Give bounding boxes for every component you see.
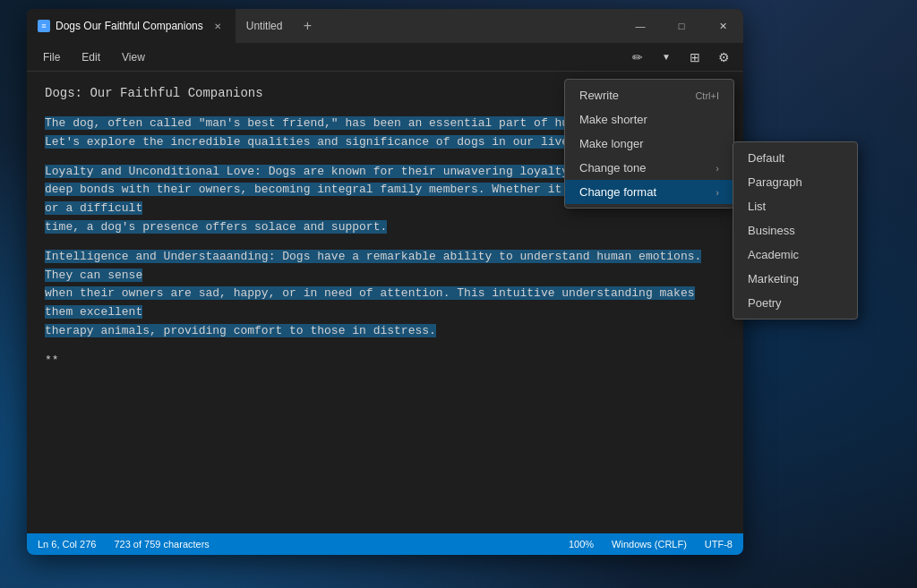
- format-submenu: Default Paragraph List Business Academic…: [733, 141, 858, 320]
- tab-doc-icon: ≡: [38, 20, 50, 32]
- highlighted-text-1: The dog, often called "man's best friend…: [45, 116, 653, 149]
- status-bar: Ln 6, Col 276 723 of 759 characters 100%…: [27, 533, 743, 555]
- format-business[interactable]: Business: [733, 218, 857, 243]
- zoom-status: 100%: [569, 539, 594, 550]
- tab-area: ≡ Dogs Our Faithful Companions ✕ Untitle…: [27, 9, 620, 43]
- maximize-button[interactable]: □: [661, 9, 702, 43]
- menu-edit[interactable]: Edit: [73, 47, 109, 67]
- format-paragraph[interactable]: Paragraph: [733, 170, 857, 194]
- ctx-make-longer-label: Make longer: [579, 137, 644, 150]
- format-marketing[interactable]: Marketing: [733, 267, 857, 291]
- layout-icon[interactable]: ⊞: [682, 45, 707, 70]
- paragraph-4: **: [45, 352, 725, 371]
- format-poetry[interactable]: Poetry: [733, 291, 857, 315]
- minimize-button[interactable]: —: [620, 9, 661, 43]
- ctx-make-longer[interactable]: Make longer: [565, 132, 733, 156]
- ctx-change-format[interactable]: Change format ›: [565, 180, 733, 204]
- ctx-change-tone[interactable]: Change tone ›: [565, 156, 733, 180]
- tab-untitled-label: Untitled: [246, 20, 283, 32]
- ln-col-status: Ln 6, Col 276: [38, 539, 96, 550]
- paragraph-3: Intelligence and Understaaanding: Dogs h…: [45, 248, 725, 341]
- ctx-make-shorter-label: Make shorter: [579, 113, 647, 126]
- new-tab-button[interactable]: +: [293, 9, 321, 43]
- char-count-status: 723 of 759 characters: [114, 539, 209, 550]
- ctx-rewrite-label: Rewrite: [579, 89, 619, 102]
- tab-dogs-close[interactable]: ✕: [210, 19, 225, 33]
- format-paragraph-label: Paragraph: [748, 175, 802, 189]
- tab-untitled[interactable]: Untitled: [236, 9, 294, 43]
- menu-bar: File Edit View ✏ ▼ ⊞ ⚙: [27, 43, 743, 72]
- line-ending-status: Windows (CRLF): [612, 539, 687, 550]
- title-bar: ≡ Dogs Our Faithful Companions ✕ Untitle…: [27, 9, 743, 43]
- gear-icon[interactable]: ⚙: [711, 45, 736, 70]
- ctx-change-format-arrow: ›: [716, 187, 719, 198]
- menu-file[interactable]: File: [34, 47, 69, 67]
- tab-dogs-label: Dogs Our Faithful Companions: [56, 20, 203, 32]
- format-academic[interactable]: Academic: [733, 243, 857, 267]
- encoding-status: UTF-8: [705, 539, 733, 550]
- menu-view[interactable]: View: [113, 47, 154, 67]
- ctx-change-tone-arrow: ›: [716, 163, 719, 174]
- ctx-rewrite-shortcut: Ctrl+I: [695, 90, 719, 101]
- format-academic-label: Academic: [748, 248, 799, 261]
- text-asterisks: **: [45, 354, 59, 367]
- format-default-label: Default: [748, 151, 784, 165]
- format-business-label: Business: [748, 224, 795, 237]
- close-button[interactable]: ✕: [702, 9, 743, 43]
- format-default[interactable]: Default: [733, 146, 857, 170]
- tab-dogs[interactable]: ≡ Dogs Our Faithful Companions ✕: [27, 9, 236, 43]
- ctx-rewrite[interactable]: Rewrite Ctrl+I: [565, 83, 733, 107]
- toolbar-right: ✏ ▼ ⊞ ⚙: [625, 45, 736, 70]
- chevron-down-icon[interactable]: ▼: [654, 45, 679, 70]
- format-list-label: List: [748, 200, 766, 213]
- highlighted-text-3: Intelligence and Understaaanding: Dogs h…: [45, 250, 701, 337]
- window-controls: — □ ✕: [620, 9, 743, 43]
- format-marketing-label: Marketing: [748, 272, 799, 285]
- ctx-change-tone-label: Change tone: [579, 161, 646, 175]
- context-menu: Rewrite Ctrl+I Make shorter Make longer …: [564, 79, 734, 209]
- format-list[interactable]: List: [733, 194, 857, 218]
- pen-icon[interactable]: ✏: [625, 45, 650, 70]
- format-poetry-label: Poetry: [748, 296, 782, 310]
- status-right: 100% Windows (CRLF) UTF-8: [569, 539, 733, 550]
- ctx-change-format-label: Change format: [579, 185, 656, 199]
- ctx-make-shorter[interactable]: Make shorter: [565, 107, 733, 132]
